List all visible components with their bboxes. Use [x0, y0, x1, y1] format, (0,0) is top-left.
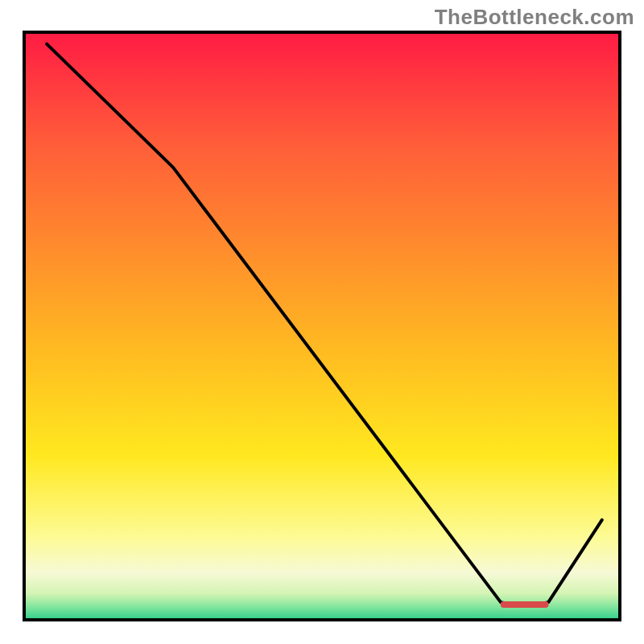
bottleneck-chart — [0, 0, 644, 644]
chart-stage: TheBottleneck.com — [0, 0, 644, 644]
plot-background — [24, 32, 620, 620]
